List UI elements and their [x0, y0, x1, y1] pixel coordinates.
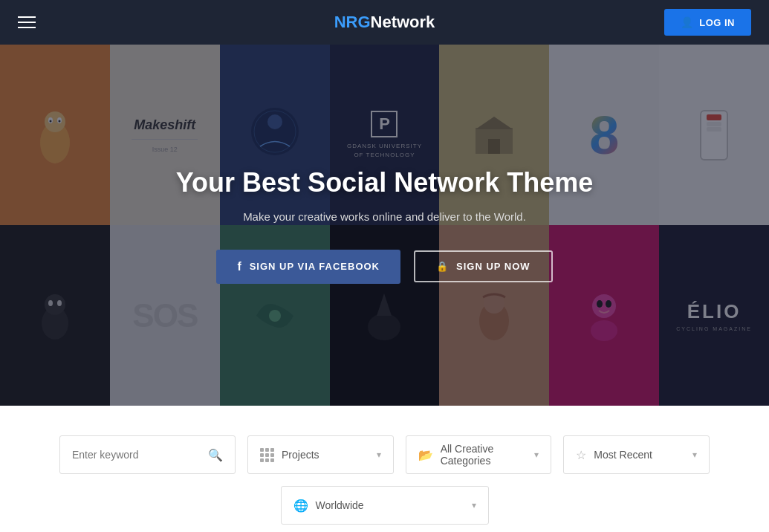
header: NRGNetwork 👤 LOG IN: [0, 0, 769, 45]
chevron-down-icon: ▾: [534, 450, 539, 460]
btn-signup-label: SIGN UP NOW: [456, 261, 530, 272]
lock-icon: 🔒: [436, 261, 449, 272]
grid-icon: [260, 448, 274, 462]
hero-overlay: Your Best Social Network Theme Make your…: [0, 45, 769, 406]
projects-label: Projects: [282, 449, 369, 461]
chevron-down-icon: ▾: [472, 500, 476, 510]
keyword-input[interactable]: [72, 449, 202, 461]
chevron-down-icon: ▾: [377, 450, 381, 460]
menu-button[interactable]: [18, 16, 36, 28]
user-icon: 👤: [681, 16, 694, 28]
facebook-icon: f: [237, 260, 241, 273]
keyword-field[interactable]: 🔍: [59, 435, 236, 474]
folder-icon: 📂: [418, 448, 433, 462]
hero-title: Your Best Social Network Theme: [176, 167, 593, 198]
recent-dropdown[interactable]: ☆ Most Recent ▾: [563, 435, 710, 474]
recent-label: Most Recent: [594, 449, 685, 461]
search-section: 🔍 Projects ▾ 📂 All Creative Categories ▾…: [0, 406, 769, 532]
worldwide-dropdown[interactable]: 🌐 Worldwide ▾: [281, 486, 489, 525]
hero-subtitle: Make your creative works online and deli…: [243, 210, 526, 223]
categories-label: All Creative Categories: [441, 443, 528, 467]
logo-network: Network: [371, 13, 435, 31]
login-label: LOG IN: [699, 17, 735, 28]
login-button[interactable]: 👤 LOG IN: [664, 9, 751, 36]
star-icon: ☆: [576, 448, 586, 462]
site-logo: NRGNetwork: [334, 13, 435, 32]
projects-dropdown[interactable]: Projects ▾: [247, 435, 394, 474]
hero-buttons: f SIGN UP VIA FACEBOOK 🔒 SIGN UP NOW: [216, 250, 552, 284]
signup-now-button[interactable]: 🔒 SIGN UP NOW: [414, 250, 553, 282]
hero-section: Makeshift Issue 12 P GDANSK UNIVERSITYOF…: [0, 45, 769, 406]
search-row-1: 🔍 Projects ▾ 📂 All Creative Categories ▾…: [59, 435, 710, 474]
chevron-down-icon: ▾: [692, 450, 697, 460]
worldwide-label: Worldwide: [316, 499, 464, 511]
btn-facebook-label: SIGN UP VIA FACEBOOK: [250, 261, 380, 272]
search-icon: 🔍: [208, 448, 223, 462]
signup-facebook-button[interactable]: f SIGN UP VIA FACEBOOK: [216, 250, 400, 284]
search-row-2: 🌐 Worldwide ▾: [266, 486, 504, 525]
categories-dropdown[interactable]: 📂 All Creative Categories ▾: [406, 435, 552, 474]
logo-nrg: NRG: [334, 13, 371, 31]
globe-icon: 🌐: [293, 499, 308, 513]
